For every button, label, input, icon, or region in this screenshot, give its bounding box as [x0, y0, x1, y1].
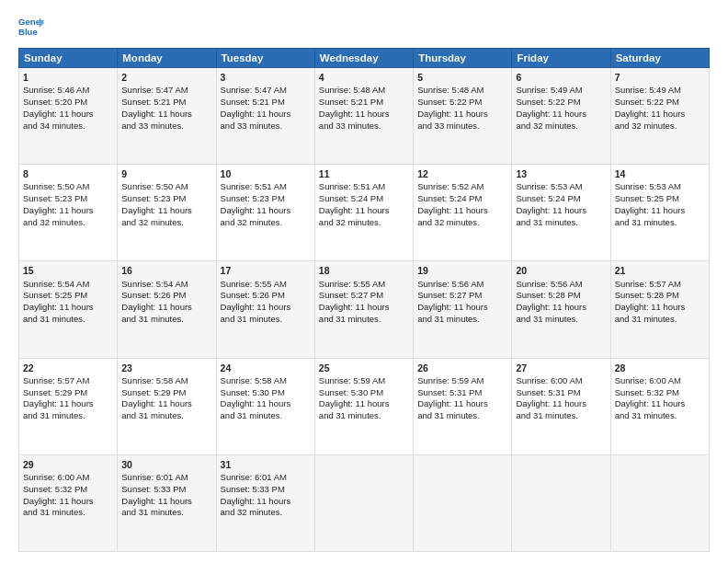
- day-info: Sunrise: 5:48 AM: [319, 85, 385, 95]
- col-header-thursday: Thursday: [414, 49, 512, 68]
- day-info: Daylight: 11 hours: [417, 398, 488, 408]
- day-info: and 31 minutes.: [121, 507, 184, 517]
- day-info: and 31 minutes.: [221, 410, 283, 420]
- day-info: Daylight: 11 hours: [516, 398, 586, 408]
- day-info: Sunset: 5:30 PM: [221, 387, 285, 397]
- day-info: Daylight: 11 hours: [221, 205, 291, 215]
- day-info: Daylight: 11 hours: [23, 205, 94, 215]
- day-info: Sunrise: 5:51 AM: [319, 181, 385, 191]
- day-info: Sunset: 5:33 PM: [121, 484, 186, 494]
- calendar-cell: 4Sunrise: 5:48 AMSunset: 5:21 PMDaylight…: [314, 68, 413, 165]
- day-info: Daylight: 11 hours: [319, 302, 390, 312]
- calendar-table: SundayMondayTuesdayWednesdayThursdayFrid…: [18, 48, 710, 552]
- day-info: Daylight: 11 hours: [319, 205, 390, 215]
- day-number: 18: [319, 264, 409, 277]
- day-info: Sunset: 5:31 PM: [516, 387, 580, 397]
- calendar-week-row: 22Sunrise: 5:57 AMSunset: 5:29 PMDayligh…: [19, 358, 710, 454]
- day-info: Sunrise: 5:50 AM: [121, 181, 188, 191]
- calendar-week-row: 15Sunrise: 5:54 AMSunset: 5:25 PMDayligh…: [19, 261, 710, 358]
- col-header-monday: Monday: [118, 49, 216, 68]
- day-info: Sunset: 5:22 PM: [417, 97, 482, 107]
- day-number: 14: [615, 167, 705, 180]
- day-info: Sunrise: 5:47 AM: [221, 85, 287, 95]
- day-info: Sunset: 5:21 PM: [121, 97, 186, 107]
- day-info: and 32 minutes.: [319, 217, 381, 227]
- day-info: and 32 minutes.: [23, 217, 85, 227]
- day-info: Sunrise: 5:57 AM: [615, 279, 681, 289]
- day-info: Sunrise: 5:47 AM: [121, 85, 188, 95]
- header: General Blue: [18, 15, 710, 40]
- day-info: Sunset: 5:22 PM: [615, 97, 679, 107]
- day-info: Sunset: 5:23 PM: [221, 193, 285, 203]
- day-info: Sunrise: 5:49 AM: [615, 85, 681, 95]
- day-number: 31: [221, 458, 311, 471]
- calendar-cell: [610, 454, 709, 551]
- calendar-cell: 19Sunrise: 5:56 AMSunset: 5:27 PMDayligh…: [414, 261, 512, 358]
- day-info: Sunrise: 5:59 AM: [417, 375, 483, 385]
- day-info: and 31 minutes.: [615, 217, 677, 227]
- day-info: Daylight: 11 hours: [121, 496, 192, 506]
- col-header-wednesday: Wednesday: [314, 49, 413, 68]
- day-number: 26: [417, 362, 507, 374]
- calendar-cell: 17Sunrise: 5:55 AMSunset: 5:26 PMDayligh…: [216, 261, 314, 358]
- logo-icon: General Blue: [18, 15, 44, 40]
- day-info: and 31 minutes.: [417, 314, 480, 324]
- day-number: 5: [417, 71, 507, 84]
- day-info: Sunrise: 5:53 AM: [615, 181, 681, 191]
- day-info: Sunset: 5:32 PM: [23, 484, 87, 494]
- day-info: Daylight: 11 hours: [417, 205, 488, 215]
- day-info: Daylight: 11 hours: [516, 205, 586, 215]
- day-number: 17: [221, 264, 311, 277]
- day-number: 21: [615, 264, 705, 277]
- day-info: and 31 minutes.: [23, 314, 85, 324]
- day-info: Sunrise: 5:55 AM: [221, 279, 287, 289]
- day-number: 23: [121, 362, 211, 374]
- day-info: Daylight: 11 hours: [121, 302, 192, 312]
- day-info: Sunrise: 5:48 AM: [417, 85, 483, 95]
- day-info: Sunset: 5:26 PM: [121, 290, 186, 300]
- day-info: Sunset: 5:33 PM: [221, 484, 285, 494]
- day-info: and 33 minutes.: [121, 121, 184, 131]
- day-number: 11: [319, 167, 409, 180]
- calendar-cell: [512, 454, 610, 551]
- svg-text:Blue: Blue: [18, 27, 38, 37]
- day-info: Sunrise: 5:58 AM: [121, 375, 188, 385]
- calendar-cell: [314, 454, 413, 551]
- calendar-cell: 29Sunrise: 6:00 AMSunset: 5:32 PMDayligh…: [19, 454, 118, 551]
- calendar-cell: 26Sunrise: 5:59 AMSunset: 5:31 PMDayligh…: [414, 358, 512, 454]
- day-info: Daylight: 11 hours: [221, 398, 291, 408]
- day-info: and 33 minutes.: [417, 121, 480, 131]
- day-info: Daylight: 11 hours: [121, 398, 192, 408]
- calendar-cell: 9Sunrise: 5:50 AMSunset: 5:23 PMDaylight…: [118, 165, 216, 261]
- calendar-cell: 13Sunrise: 5:53 AMSunset: 5:24 PMDayligh…: [512, 165, 610, 261]
- calendar-cell: 16Sunrise: 5:54 AMSunset: 5:26 PMDayligh…: [118, 261, 216, 358]
- day-info: Sunset: 5:23 PM: [23, 193, 87, 203]
- day-info: Sunrise: 5:56 AM: [516, 279, 582, 289]
- day-number: 13: [516, 167, 606, 180]
- calendar-cell: 11Sunrise: 5:51 AMSunset: 5:24 PMDayligh…: [314, 165, 413, 261]
- calendar-header-row: SundayMondayTuesdayWednesdayThursdayFrid…: [19, 49, 710, 68]
- day-info: Sunset: 5:28 PM: [516, 290, 580, 300]
- day-info: Daylight: 11 hours: [516, 302, 586, 312]
- day-info: and 31 minutes.: [516, 314, 578, 324]
- day-info: Sunset: 5:32 PM: [615, 387, 679, 397]
- day-info: Sunset: 5:29 PM: [121, 387, 186, 397]
- day-number: 16: [121, 264, 211, 277]
- day-info: Sunrise: 5:58 AM: [221, 375, 287, 385]
- calendar-cell: 23Sunrise: 5:58 AMSunset: 5:29 PMDayligh…: [118, 358, 216, 454]
- day-info: Daylight: 11 hours: [221, 302, 291, 312]
- day-info: Sunrise: 5:55 AM: [319, 279, 385, 289]
- calendar-cell: 6Sunrise: 5:49 AMSunset: 5:22 PMDaylight…: [512, 68, 610, 165]
- day-info: Sunrise: 5:56 AM: [417, 279, 483, 289]
- day-number: 29: [23, 458, 113, 471]
- day-info: and 31 minutes.: [23, 507, 85, 517]
- day-info: and 31 minutes.: [516, 217, 578, 227]
- day-info: Sunrise: 6:01 AM: [221, 472, 287, 482]
- day-info: Sunrise: 5:46 AM: [23, 85, 89, 95]
- day-info: Sunset: 5:27 PM: [319, 290, 383, 300]
- col-header-friday: Friday: [512, 49, 610, 68]
- calendar-cell: 14Sunrise: 5:53 AMSunset: 5:25 PMDayligh…: [610, 165, 709, 261]
- day-info: Daylight: 11 hours: [23, 496, 94, 506]
- calendar-cell: 7Sunrise: 5:49 AMSunset: 5:22 PMDaylight…: [610, 68, 709, 165]
- day-info: Sunset: 5:21 PM: [319, 97, 383, 107]
